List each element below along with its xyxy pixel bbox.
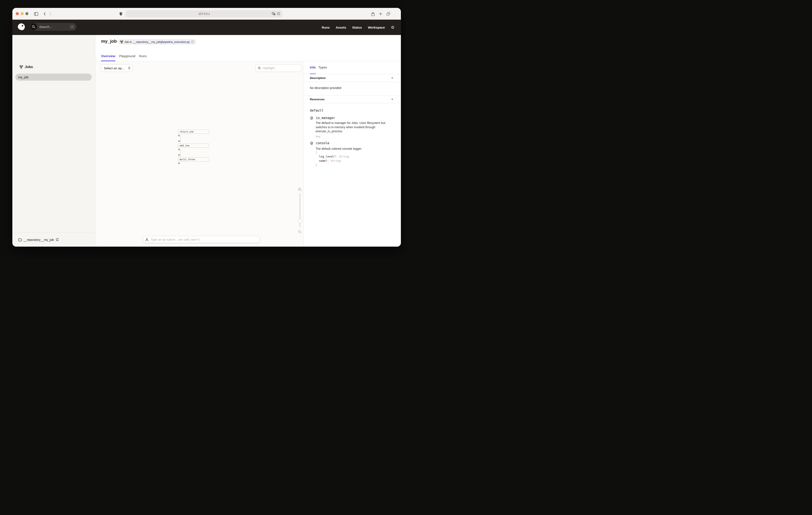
svg-text:文: 文: [274, 13, 275, 15]
nav-item-status[interactable]: Status: [352, 26, 362, 29]
resource-name: console: [316, 141, 329, 145]
tab-playground[interactable]: Playground: [119, 54, 136, 61]
reload-icon[interactable]: [277, 12, 280, 16]
config-line: name?: String: [316, 159, 349, 163]
repository-reload-icon[interactable]: [56, 238, 59, 241]
resources-section-header[interactable]: Resources ▾: [304, 96, 401, 103]
sidebar-item-my-job[interactable]: my_job: [16, 74, 92, 81]
traffic-light-zoom[interactable]: [25, 12, 28, 15]
chevron-down-icon[interactable]: ▾: [392, 77, 393, 79]
config-type: String: [339, 155, 349, 158]
description-section-header[interactable]: Description ▾: [304, 74, 401, 82]
resource-name: io_manager: [316, 116, 335, 120]
badge-reload-icon[interactable]: [191, 40, 194, 43]
nav-item-runs[interactable]: Runs: [322, 26, 330, 29]
config-open-brace: {: [316, 150, 349, 155]
navbar-links: Runs Assets Status Workspace ⚙: [322, 20, 395, 35]
op-selector-label: Select an op...: [104, 66, 124, 70]
op-node-multi-three[interactable]: multi_three: [178, 158, 209, 162]
config-close-brace: }: [316, 163, 349, 167]
folder-icon: [18, 238, 22, 241]
app-navbar: / Runs Assets Status Workspace ⚙: [12, 20, 401, 35]
repository-file-link[interactable]: __repository__my_job@pipeline_execution.…: [133, 40, 190, 44]
op-subset-bar[interactable]: [143, 236, 260, 243]
back-button-icon[interactable]: [42, 11, 47, 16]
sidebar-footer: __repository__my_job: [12, 233, 95, 247]
tab-overview[interactable]: Overview: [101, 54, 115, 61]
traffic-light-minimize[interactable]: [21, 12, 24, 15]
svg-text:A: A: [272, 12, 273, 14]
layers-icon: [310, 141, 314, 145]
op-input-port: [178, 140, 180, 142]
resource-type: Any: [316, 135, 320, 138]
resource-group-name: default: [310, 109, 323, 112]
section-title: Description: [310, 76, 392, 80]
op-output-port: [178, 163, 180, 164]
global-search[interactable]: /: [30, 23, 77, 31]
shield-icon[interactable]: [119, 11, 123, 16]
zoom-slider-handle[interactable]: [297, 219, 302, 223]
highlight-input[interactable]: [262, 66, 299, 70]
highlight-search[interactable]: [256, 64, 301, 72]
repository-name: __repository__my_job: [24, 238, 54, 242]
op-node-return-one[interactable]: return_one: [178, 130, 209, 134]
resource-io-manager: io_manager: [310, 116, 335, 120]
panel-tab-info[interactable]: Info: [310, 61, 316, 74]
translate-icon[interactable]: A文: [272, 12, 276, 16]
search-icon: [258, 66, 261, 70]
job-item-label: my_job: [18, 75, 28, 79]
tab-runs[interactable]: Runs: [139, 54, 147, 61]
sidebar-toggle-icon[interactable]: [34, 11, 38, 16]
workflow-icon: [120, 40, 123, 43]
job-header: my_job Job in __repository__my_job@pipel…: [95, 35, 401, 61]
description-empty-text: No description provided: [310, 86, 341, 90]
op-graph-canvas[interactable]: Select an op... return_one add_two multi…: [95, 61, 303, 247]
zoom-in-icon[interactable]: [298, 188, 302, 192]
dagster-logo[interactable]: [17, 23, 26, 32]
config-type: String: [331, 159, 341, 162]
op-input-port: [178, 154, 180, 156]
url-bar[interactable]: 127.0.0.1 A文: [126, 10, 282, 17]
new-tab-icon[interactable]: [378, 11, 383, 16]
share-icon[interactable]: [371, 11, 375, 16]
resource-console: console: [310, 141, 329, 145]
layers-icon: [310, 116, 314, 120]
url-text: 127.0.0.1: [198, 12, 210, 16]
search-icon: [30, 23, 37, 30]
dag-edge: [180, 150, 181, 157]
op-node-add-two[interactable]: add_two: [178, 143, 209, 147]
op-output-port: [178, 149, 180, 150]
chevron-down-icon[interactable]: ▾: [392, 98, 393, 101]
job-origin-badge: Job in __repository__my_job@pipeline_exe…: [118, 39, 196, 45]
settings-gear-icon[interactable]: ⚙: [391, 25, 395, 29]
jobs-sidebar: Jobs my_job __repository__my_job: [12, 35, 95, 247]
forward-button-icon[interactable]: [48, 11, 53, 16]
panel-tab-types[interactable]: Types: [319, 61, 327, 74]
badge-prefix: Job in: [124, 40, 132, 44]
resource-config-schema: { log_level?: String name?: String }: [316, 150, 349, 167]
nav-item-assets[interactable]: Assets: [336, 26, 346, 29]
op-subset-input[interactable]: [150, 238, 257, 242]
zoom-out-icon[interactable]: [298, 230, 302, 234]
workflow-icon: [20, 65, 23, 69]
browser-window: 127.0.0.1 A文: [12, 8, 401, 247]
browser-toolbar: 127.0.0.1 A文: [12, 8, 401, 20]
search-shortcut-badge: /: [70, 25, 75, 29]
config-key: log_level: [319, 155, 334, 158]
screenshot-stage: 127.0.0.1 A文: [0, 0, 406, 258]
panel-tabs: Info Types: [310, 61, 327, 74]
search-input[interactable]: [37, 25, 70, 29]
zoom-control: [297, 188, 303, 192]
section-title: Resources: [310, 98, 392, 101]
page-title: my_job: [101, 38, 117, 44]
op-output-port: [178, 135, 180, 136]
op-graph-icon: [145, 238, 149, 241]
resource-description: The default io manager for Jobs. Uses fi…: [316, 121, 388, 134]
traffic-light-close[interactable]: [16, 12, 19, 15]
op-selector-dropdown[interactable]: Select an op...: [101, 64, 133, 72]
tab-overview-icon[interactable]: [386, 11, 390, 16]
sidebar-header: Jobs: [20, 65, 33, 69]
info-panel: Info Types Description ▾ No description …: [303, 61, 401, 247]
nav-item-workspace[interactable]: Workspace: [368, 26, 385, 29]
job-tabs: Overview Playground Runs: [101, 54, 147, 61]
